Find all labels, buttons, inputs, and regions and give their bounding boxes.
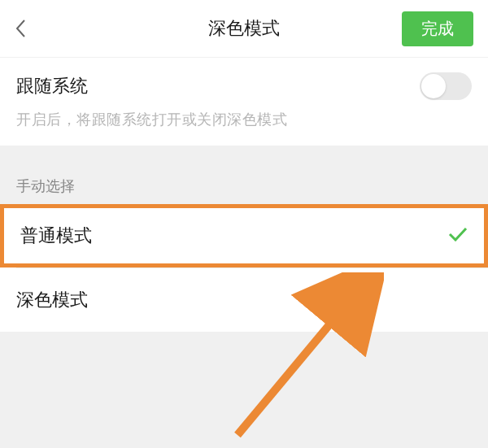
follow-system-row: 跟随系统 xyxy=(16,72,472,100)
check-icon xyxy=(448,225,468,246)
page-title: 深色模式 xyxy=(208,16,280,41)
back-button[interactable] xyxy=(15,12,47,45)
done-button[interactable]: 完成 xyxy=(402,11,473,46)
option-dark-mode[interactable]: 深色模式 xyxy=(0,268,488,332)
option-label: 普通模式 xyxy=(20,224,92,248)
chevron-left-icon xyxy=(15,19,26,38)
option-normal-mode[interactable]: 普通模式 xyxy=(0,204,488,267)
toggle-knob xyxy=(421,74,446,98)
follow-system-label: 跟随系统 xyxy=(16,74,88,98)
header-bar: 深色模式 完成 xyxy=(0,0,488,57)
manual-section-label: 手动选择 xyxy=(0,146,488,204)
mode-option-list: 普通模式 深色模式 xyxy=(0,204,488,332)
follow-system-description: 开启后，将跟随系统打开或关闭深色模式 xyxy=(16,110,472,129)
follow-system-section: 跟随系统 开启后，将跟随系统打开或关闭深色模式 xyxy=(0,58,488,146)
option-label: 深色模式 xyxy=(16,288,88,312)
follow-system-toggle[interactable] xyxy=(420,72,472,100)
